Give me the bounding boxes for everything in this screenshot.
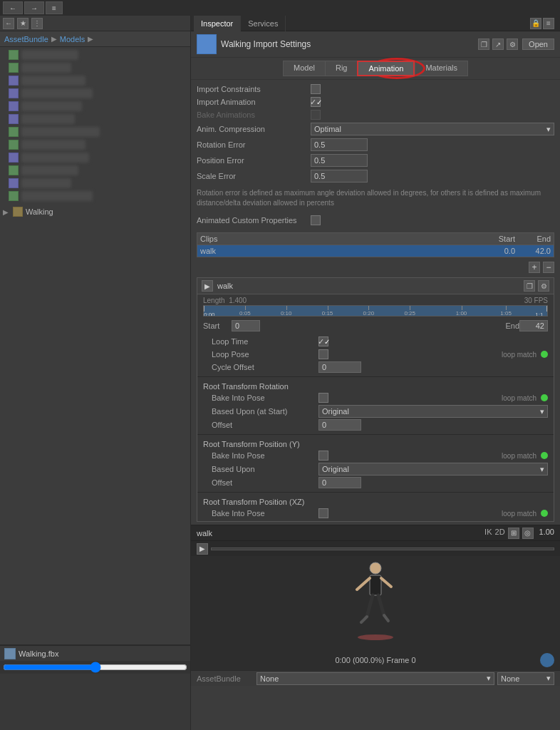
remove-clip-button[interactable]: − (543, 262, 554, 273)
playback-bar: walk IK 2D ⊞ ◎ 1.00 (191, 525, 560, 540)
mesh-icon (9, 165, 19, 175)
inspector-settings-icon[interactable]: ≡ (543, 18, 554, 29)
list-item[interactable] (0, 87, 190, 100)
inspector-lock-icon[interactable]: 🔒 (530, 18, 541, 29)
cycle-offset-field[interactable] (318, 361, 361, 373)
rotation-error-input[interactable] (311, 138, 368, 151)
clip-play-button[interactable]: ▶ (202, 280, 213, 292)
copy-icon[interactable]: ❐ (478, 38, 489, 50)
tab-animation[interactable]: Animation (357, 61, 415, 76)
open-button[interactable]: Open (522, 38, 554, 50)
root-rotation-offset-field[interactable] (318, 419, 361, 431)
clips-add-remove: + − (191, 260, 560, 274)
list-item[interactable] (0, 100, 190, 113)
preview-time-label: 0:00 (000.0%) Frame 0 (335, 656, 415, 664)
star-icon[interactable]: ★ (17, 18, 28, 29)
pin-icon[interactable]: ↗ (492, 38, 504, 50)
root-rotation-title: Root Transform Rotation (203, 380, 548, 391)
import-animation-checkbox[interactable]: ✓ (311, 97, 321, 107)
root-pos-xz-bake-checkbox[interactable] (318, 508, 328, 518)
anim-icon (9, 178, 19, 188)
loop-pose-checkbox[interactable] (318, 349, 328, 359)
root-rotation-based-row: Based Upon (at Start) Original ▾ (203, 404, 548, 418)
size-slider[interactable] (3, 662, 187, 673)
root-pos-y-based-dropdown[interactable]: Original ▾ (318, 463, 548, 475)
animated-custom-properties-checkbox[interactable] (311, 215, 321, 225)
list-item[interactable] (0, 74, 190, 87)
list-item[interactable] (0, 177, 190, 190)
clips-col-name: Clips (200, 235, 472, 243)
tab-model[interactable]: Model (283, 61, 325, 76)
root-rotation-bake-checkbox[interactable] (318, 393, 328, 403)
left-toolbar: ← ★ ⋮ (0, 16, 190, 31)
clip-copy-icon[interactable]: ❐ (524, 280, 535, 292)
timeline-bar[interactable]: 0:00 0:05 0:10 0:15 0:20 0:25 (203, 305, 548, 317)
list-item[interactable] (0, 138, 190, 151)
root-pos-xz-loop-dot (541, 510, 548, 517)
playback-icon2[interactable]: ◎ (522, 528, 534, 539)
add-clip-button[interactable]: + (529, 262, 540, 273)
end-field[interactable] (519, 320, 548, 331)
asset-label (21, 191, 93, 201)
anim-compression-dropdown[interactable]: Optimal ▾ (311, 123, 554, 135)
loop-match-dot (541, 351, 548, 358)
asset-bundle-select1[interactable]: None ▾ (256, 672, 494, 685)
back-icon[interactable]: ← (3, 18, 14, 29)
root-pos-y-offset-field[interactable] (318, 477, 361, 488)
tab-rig[interactable]: Rig (325, 61, 358, 76)
loop-time-checkbox[interactable]: ✓ (318, 336, 328, 346)
breadcrumb-assets[interactable]: AssetBundle (4, 35, 48, 43)
root-pos-y-bake-checkbox[interactable] (318, 451, 328, 461)
play-button[interactable]: ▶ (197, 543, 208, 555)
tab-services[interactable]: Services (241, 16, 286, 31)
menu-button[interactable]: ≡ (46, 1, 63, 14)
anim-compression-row: Anim. Compression Optimal ▾ (197, 121, 554, 137)
list-item[interactable] (0, 61, 190, 74)
character-figure (347, 560, 404, 638)
position-error-label: Position Error (197, 156, 311, 165)
anim-icon (9, 76, 19, 86)
bake-animations-checkbox[interactable] (311, 110, 321, 120)
list-item[interactable] (0, 190, 190, 202)
preview-section: 0:00 (000.0%) Frame 0 (191, 556, 560, 670)
scale-error-input[interactable] (311, 170, 368, 182)
playback-icon1[interactable]: ⊞ (508, 528, 519, 539)
list-item[interactable] (0, 48, 190, 61)
start-field[interactable] (232, 320, 260, 331)
list-item[interactable] (0, 164, 190, 177)
gear-icon[interactable]: ⚙ (507, 38, 518, 50)
list-item[interactable] (0, 113, 190, 125)
root-pos-y-dropdown-arrow: ▾ (540, 465, 544, 474)
list-item[interactable] (0, 125, 190, 138)
folder-item-walking[interactable]: ▶ Walking (0, 205, 190, 218)
slider-bar[interactable] (0, 661, 190, 674)
back-button[interactable]: ← (3, 1, 23, 14)
scrubber-bar[interactable] (211, 548, 554, 550)
tab-materials[interactable]: Materials (415, 61, 468, 76)
root-rotation-based-dropdown[interactable]: Original ▾ (318, 405, 548, 418)
asset-bundle-select2[interactable]: None ▾ (497, 672, 554, 685)
scale-error-label: Scale Error (197, 172, 311, 180)
import-tabs: Model Rig Animation Materials (283, 61, 468, 76)
timeline-info: Length 1.400 30 FPS (203, 296, 548, 305)
playback-clip-name: walk (197, 529, 212, 538)
root-rotation-loop-dot (541, 394, 548, 401)
rotation-error-label: Rotation Error (197, 140, 311, 149)
main-layout: ← ★ ⋮ AssetBundle ▶ Models ▶ (0, 16, 560, 730)
breadcrumb-models[interactable]: Models (60, 35, 85, 43)
tab-inspector[interactable]: Inspector (194, 16, 241, 31)
clips-col-end: End (515, 235, 551, 243)
root-position-y-section: Root Transform Position (Y) Bake Into Po… (197, 436, 554, 490)
list-item[interactable] (0, 151, 190, 164)
position-error-input[interactable] (311, 154, 368, 167)
import-constraints-checkbox[interactable] (311, 84, 321, 94)
avatar-icon[interactable] (540, 653, 554, 667)
root-position-y-title: Root Transform Position (Y) (203, 438, 548, 449)
root-pos-y-based-value: Original (322, 465, 349, 473)
svg-line-4 (367, 595, 373, 617)
clip-gear-icon[interactable]: ⚙ (538, 280, 549, 292)
more-icon[interactable]: ⋮ (31, 18, 43, 29)
forward-button[interactable]: → (24, 1, 44, 14)
clip-row-walk[interactable]: walk 0.0 42.0 (197, 245, 554, 257)
anim-compression-value: Optimal (314, 125, 341, 133)
